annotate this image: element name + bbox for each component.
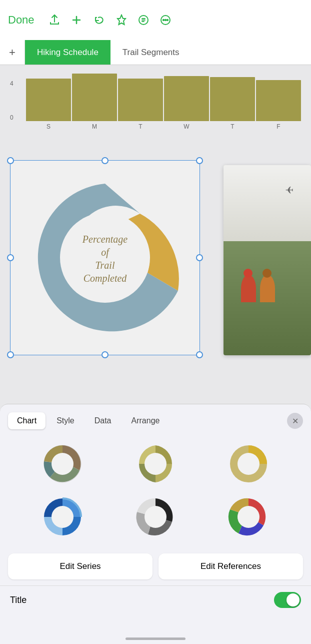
format-icon[interactable] xyxy=(138,14,150,26)
svg-point-9 xyxy=(144,506,166,528)
style-option-4[interactable] xyxy=(20,494,105,539)
bar-col-5: F xyxy=(256,80,301,130)
donut-svg: Percentage of Trail Completed xyxy=(25,178,185,338)
edit-references-button[interactable]: Edit References xyxy=(158,553,303,579)
photo-figures xyxy=(241,275,275,302)
bar-0 xyxy=(26,79,71,121)
svg-point-4 xyxy=(166,20,168,21)
bird-icon: ✈ xyxy=(285,184,294,196)
top-bar: Done xyxy=(0,0,311,40)
add-icon[interactable] xyxy=(70,14,82,26)
style-grid xyxy=(0,433,311,547)
bar-1 xyxy=(72,74,117,121)
svg-point-10 xyxy=(238,506,260,528)
edit-series-button[interactable]: Edit Series xyxy=(8,553,152,579)
style-option-3[interactable] xyxy=(206,441,291,486)
more-icon[interactable] xyxy=(160,14,172,26)
photo-sky xyxy=(224,165,311,241)
y-axis-min: 0 xyxy=(10,114,14,121)
figure-2 xyxy=(260,275,275,302)
bar-col-3: W xyxy=(164,76,209,130)
title-row: Title xyxy=(0,585,311,614)
donut-center xyxy=(60,213,150,303)
svg-point-3 xyxy=(164,20,166,21)
y-axis-max: 4 xyxy=(10,80,14,87)
figure-1 xyxy=(241,275,256,302)
bar-label-4: T xyxy=(230,123,234,130)
photo-placeholder: ✈ xyxy=(224,165,311,355)
bar-col-4: T xyxy=(210,77,255,130)
home-indicator xyxy=(126,637,186,640)
bar-3 xyxy=(164,76,209,121)
bar-chart: 4 0 S M T W T F xyxy=(10,80,301,130)
donut-text-line2: of xyxy=(101,247,110,258)
bar-label-2: T xyxy=(138,123,142,130)
svg-point-2 xyxy=(162,20,164,21)
add-sheet-button[interactable]: + xyxy=(0,40,25,65)
style-option-5[interactable] xyxy=(113,494,198,539)
edit-buttons: Edit Series Edit References xyxy=(0,547,311,585)
donut-chart[interactable]: Percentage of Trail Completed xyxy=(10,160,200,355)
title-label: Title xyxy=(10,595,274,605)
chart-tab-data[interactable]: Data xyxy=(86,412,120,429)
bar-2 xyxy=(118,79,163,121)
done-button[interactable]: Done xyxy=(8,14,34,27)
bar-5 xyxy=(256,80,301,121)
svg-point-8 xyxy=(52,506,74,528)
donut-text-line4: Completed xyxy=(84,273,128,284)
close-panel-button[interactable]: ✕ xyxy=(287,413,303,429)
bar-col-2: T xyxy=(118,79,163,130)
donut-svg-wrapper: Percentage of Trail Completed xyxy=(10,161,200,355)
bar-4 xyxy=(210,77,255,121)
bar-label-5: F xyxy=(276,123,280,130)
bar-label-0: S xyxy=(46,123,50,130)
svg-point-5 xyxy=(52,453,74,475)
style-option-1[interactable] xyxy=(20,441,105,486)
tab-trail-segments[interactable]: Trail Segments xyxy=(110,40,192,65)
svg-point-7 xyxy=(238,453,260,475)
pin-icon[interactable] xyxy=(116,14,128,26)
undo-icon[interactable] xyxy=(92,14,106,27)
tabs-bar: + Hiking Schedule Trail Segments xyxy=(0,40,311,65)
chart-tabs: Chart Style Data Arrange ✕ xyxy=(0,404,311,433)
style-option-6[interactable] xyxy=(206,494,291,539)
bar-chart-area: 4 0 S M T W T F xyxy=(0,65,311,130)
tab-hiking-schedule[interactable]: Hiking Schedule xyxy=(25,40,110,65)
chart-tab-style[interactable]: Style xyxy=(48,412,84,429)
style-option-2[interactable] xyxy=(113,441,198,486)
chart-tab-chart[interactable]: Chart xyxy=(8,412,46,429)
bar-label-1: M xyxy=(92,123,97,130)
chart-tab-arrange[interactable]: Arrange xyxy=(122,412,169,429)
svg-point-6 xyxy=(144,453,166,475)
donut-text-line1: Percentage xyxy=(82,234,128,245)
bar-col-0: S xyxy=(26,79,71,130)
bottom-panel: Chart Style Data Arrange ✕ xyxy=(0,404,311,644)
share-icon[interactable] xyxy=(48,14,60,26)
title-toggle[interactable] xyxy=(274,592,301,608)
bar-col-1: M xyxy=(72,74,117,130)
donut-text-line3: Trail xyxy=(96,260,115,271)
bar-label-3: W xyxy=(184,123,189,130)
photo-card: ✈ xyxy=(224,165,311,355)
toggle-knob xyxy=(286,593,300,606)
